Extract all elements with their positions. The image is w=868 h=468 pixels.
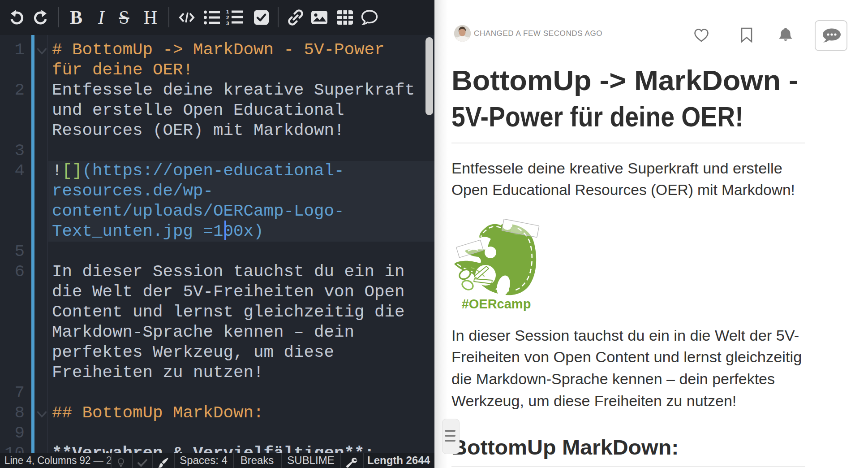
svg-text:2: 2 bbox=[226, 15, 229, 20]
svg-text:#OERcamp: #OERcamp bbox=[462, 297, 531, 311]
svg-text:1: 1 bbox=[226, 9, 229, 14]
svg-text:3: 3 bbox=[226, 21, 229, 26]
